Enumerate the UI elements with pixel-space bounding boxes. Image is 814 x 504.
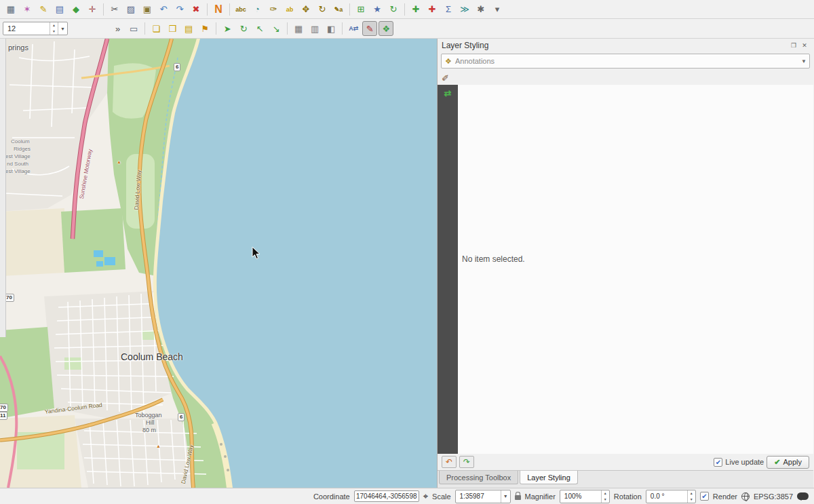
crs-status-button[interactable]: EPSG:3857 — [754, 492, 793, 501]
toggle-editing-icon[interactable]: ✎ — [36, 2, 51, 17]
route-shield: 11 — [0, 412, 7, 420]
form-annotation-icon[interactable]: ▤ — [181, 21, 196, 36]
toolbar-overflow-chevrons[interactable]: » — [115, 24, 120, 34]
render-checkbox[interactable]: ✔ — [700, 492, 709, 501]
spin-arrows-icon[interactable]: ▲▼ — [601, 490, 609, 503]
undo-icon[interactable]: ↶ — [156, 2, 171, 17]
marker-annotation-icon[interactable]: ⚑ — [197, 21, 212, 36]
paste-features-icon[interactable]: ▣ — [140, 2, 155, 17]
raster-contrast-icon[interactable]: ◧ — [324, 21, 338, 36]
text-direction-icon[interactable]: A⇄ — [346, 21, 361, 36]
lock-scale-icon[interactable] — [515, 495, 521, 500]
chevron-down-icon[interactable]: ▼ — [798, 58, 809, 64]
value-spinbox[interactable]: 12 ▲▼ ▼ — [3, 22, 68, 35]
python-console-icon[interactable]: ≫ — [457, 2, 472, 17]
main-toolbar: ▦ ✶ ✎ ▤ ◆ ✛ ✂ ▨ ▣ ↶ ↷ ✖ N — [0, 0, 814, 19]
map-label: est Village — [5, 169, 31, 174]
dock-tab[interactable]: Processing Toolbox — [439, 471, 518, 484]
delete-selected-icon[interactable]: ✖ — [189, 2, 204, 17]
node-annotation-icon[interactable]: ↖ — [252, 21, 267, 36]
vertex-tool-icon[interactable]: ✛ — [85, 2, 100, 17]
raster-histogram-icon[interactable]: ▥ — [307, 21, 322, 36]
layer-labeling-icon[interactable]: abc — [233, 2, 248, 17]
close-panel-icon[interactable]: ✕ — [800, 42, 809, 49]
live-update-checkbox[interactable]: ✔ — [714, 458, 722, 467]
annotations-toolbar-icons: ▭ ❏ ❒ ▤ ⚑ ➤ ↻ ↖ ↘ — [125, 21, 394, 36]
scale-annotation-icon[interactable]: ↘ — [269, 21, 284, 36]
refresh-icon[interactable]: ↻ — [386, 2, 401, 17]
pin-labels-icon[interactable]: ✑ — [266, 2, 281, 17]
change-label-icon[interactable]: ✎a — [331, 2, 346, 17]
current-edits-icon[interactable]: ▦ — [3, 2, 18, 17]
digitize-icon[interactable]: ◆ — [69, 2, 83, 17]
copy-features-icon[interactable]: ▨ — [123, 2, 138, 17]
symbology-tab-icon[interactable]: ⇄ — [444, 88, 452, 98]
raster-stretch-icon[interactable]: ▦ — [291, 21, 306, 36]
empty-selection-text: No item selected. — [458, 254, 525, 264]
chevron-down-icon[interactable]: ▼ — [501, 490, 510, 503]
annotation-toggle-1-icon[interactable]: ✎ — [362, 21, 377, 36]
move-annotation-icon[interactable]: ➤ — [220, 21, 235, 36]
layer-select-combo[interactable]: ❖ Annotations ▼ — [441, 54, 810, 69]
redo-icon[interactable]: ↷ — [172, 2, 187, 17]
map-label: Hill — [146, 420, 155, 426]
crs-globe-icon[interactable] — [741, 492, 750, 501]
map-marker-triangle: ▲ — [156, 444, 161, 448]
toolbar-overflow-icon[interactable]: ▾ — [490, 2, 505, 17]
annotations-layer-icon: ❖ — [442, 57, 455, 66]
annotation-toggle-2-icon[interactable]: ❖ — [379, 21, 393, 36]
magnifier-value: 100% — [560, 492, 601, 500]
map-label: nd South — [7, 161, 28, 167]
new-map-view-icon[interactable]: ⊞ — [353, 2, 368, 17]
render-label: Render — [713, 492, 737, 501]
statistics-icon[interactable]: Σ — [441, 2, 456, 17]
float-panel-icon[interactable]: ❐ — [789, 42, 798, 49]
highlight-pinned-labels-icon[interactable]: ab — [282, 2, 297, 17]
collapsed-panel-strip[interactable] — [0, 39, 6, 337]
spin-arrows-icon[interactable]: ▲▼ — [687, 490, 695, 503]
rotate-label-icon[interactable]: ↻ — [315, 2, 330, 17]
symbology-row: ✐ — [438, 71, 813, 85]
new-bookmark-icon[interactable]: ★ — [370, 2, 385, 17]
cut-features-icon[interactable]: ✂ — [107, 2, 122, 17]
spin-arrows-icon[interactable]: ▲▼ — [50, 22, 58, 35]
snapping-icon[interactable]: ✶ — [20, 2, 35, 17]
rotation-spinbox[interactable]: 0.0 ° ▲▼ — [646, 490, 696, 503]
toolbox-icon[interactable]: ✱ — [473, 2, 488, 17]
delete-feature-icon[interactable]: ✚ — [425, 2, 440, 17]
undo-icon: ↶ — [446, 457, 452, 467]
chevron-down-icon[interactable]: ▼ — [58, 22, 67, 35]
separator — [207, 3, 208, 16]
mouse-position-icon[interactable]: ⌖ — [423, 491, 428, 502]
select-annotation-icon[interactable]: ▭ — [126, 21, 141, 36]
separator — [144, 22, 145, 35]
scale-combo[interactable]: 1:35987 ▼ — [455, 490, 511, 503]
rotate-annotation-icon[interactable]: ↻ — [236, 21, 251, 36]
magnifier-label: Magnifier — [525, 492, 556, 501]
north-shape-icon[interactable]: N — [211, 2, 226, 17]
rotation-value: 0.0 ° — [646, 492, 687, 500]
map-label: Ridges — [14, 147, 31, 152]
symbology-brush-icon: ✐ — [442, 73, 449, 83]
coordinate-input[interactable]: 17046464,-3056598 — [354, 490, 419, 502]
move-label-icon[interactable]: ✥ — [298, 2, 313, 17]
save-edits-icon[interactable]: ▤ — [52, 2, 67, 17]
undo-style-button[interactable]: ↶ — [442, 456, 457, 468]
layer-diagram-icon[interactable]: ◔ — [250, 2, 265, 17]
scale-label: Scale — [432, 492, 451, 501]
apply-button[interactable]: ✔ Apply — [767, 456, 809, 469]
magnifier-spinbox[interactable]: 100% ▲▼ — [560, 490, 610, 503]
map-canvas[interactable]: prings Coolum Ridges est Village nd Sout… — [0, 39, 438, 488]
styling-footer: ↶ ↷ ✔ Live update ✔ Apply — [438, 454, 813, 470]
new-annotation-layer-icon[interactable]: ❏ — [149, 21, 163, 36]
text-annotation-icon[interactable]: ❒ — [165, 21, 180, 36]
messages-icon[interactable] — [797, 492, 809, 500]
map-label: Toboggan — [135, 412, 162, 419]
map-label: 80 m — [142, 427, 156, 433]
separator — [229, 3, 230, 16]
dock-tab[interactable]: Layer Styling — [520, 471, 578, 484]
map-label-coolum-beach: Coolum Beach — [121, 352, 183, 362]
rotation-label: Rotation — [614, 492, 642, 501]
redo-style-button[interactable]: ↷ — [459, 456, 474, 468]
add-feature-icon[interactable]: ✚ — [408, 2, 423, 17]
